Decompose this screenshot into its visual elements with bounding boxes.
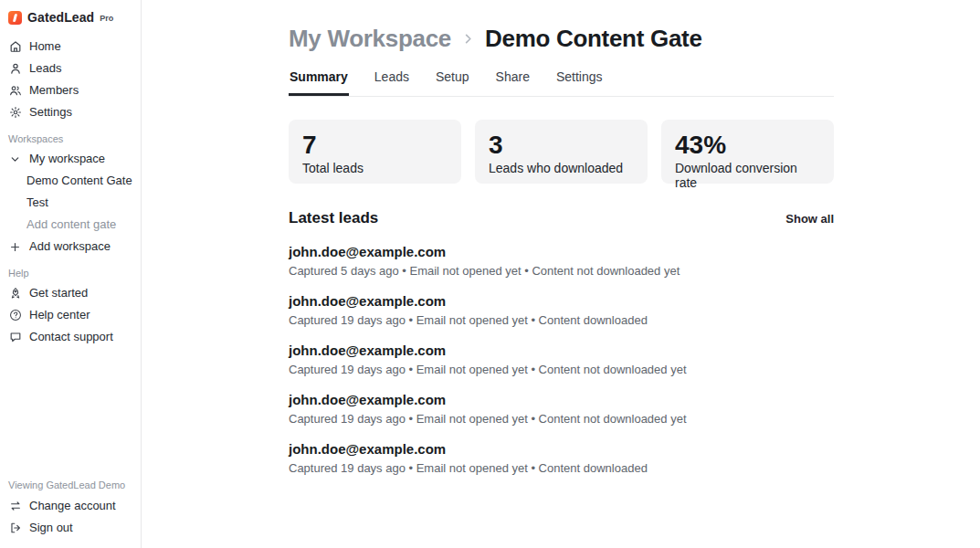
stat-value: 7: [302, 131, 448, 160]
sign-out-button[interactable]: Sign out: [0, 517, 141, 539]
sidebar-item-label: Home: [29, 39, 61, 54]
main-content: My Workspace Demo Content Gate Summary L…: [142, 0, 980, 548]
stats-row: 7 Total leads 3 Leads who downloaded 43%…: [289, 120, 834, 184]
sidebar-item-demo-content-gate[interactable]: Demo Content Gate: [0, 170, 141, 192]
sidebar-item-members[interactable]: Members: [0, 79, 141, 101]
sidebar-item-label: Help center: [29, 308, 90, 322]
add-workspace-button[interactable]: Add workspace: [0, 236, 141, 258]
change-account-button[interactable]: Change account: [0, 495, 141, 517]
gear-icon: [8, 106, 22, 120]
sidebar-item-label: Settings: [29, 105, 72, 120]
brand: GatedLead Pro: [0, 8, 141, 36]
stat-value: 43%: [675, 131, 820, 160]
lead-meta: Captured 19 days ago • Email not opened …: [289, 313, 834, 327]
sidebar-item-settings[interactable]: Settings: [0, 101, 141, 123]
stat-value: 3: [489, 131, 634, 160]
sidebar-spacer: [0, 348, 141, 474]
app: GatedLead Pro Home Leads Members S: [0, 0, 980, 548]
users-icon: [8, 84, 22, 98]
lead-list: john.doe@example.com Captured 5 days ago…: [289, 244, 834, 475]
lead-row[interactable]: john.doe@example.com Captured 19 days ag…: [289, 342, 834, 376]
tab-setup[interactable]: Setup: [435, 69, 470, 96]
sidebar-item-label: Sign out: [29, 521, 73, 535]
lead-row[interactable]: john.doe@example.com Captured 19 days ag…: [289, 441, 834, 475]
sign-out-icon: [8, 522, 22, 535]
sidebar-item-label: Add workspace: [29, 239, 111, 254]
lead-email: john.doe@example.com: [289, 392, 834, 408]
sidebar-item-label: Get started: [29, 286, 88, 300]
page-title: Demo Content Gate: [485, 25, 702, 53]
sidebar-item-label: Change account: [29, 499, 116, 513]
tab-bar: Summary Leads Setup Share Settings: [289, 69, 834, 97]
sidebar-item-test[interactable]: Test: [0, 192, 141, 214]
sidebar: GatedLead Pro Home Leads Members S: [0, 0, 142, 548]
sidebar-item-label: Members: [29, 83, 79, 98]
stat-card-leads-downloaded: 3 Leads who downloaded: [475, 120, 648, 184]
lead-email: john.doe@example.com: [289, 342, 834, 359]
viewing-account-note: Viewing GatedLead Demo: [0, 474, 141, 495]
stat-label: Total leads: [302, 161, 448, 175]
sidebar-item-help-center[interactable]: Help center: [0, 304, 141, 326]
lead-email: john.doe@example.com: [289, 293, 834, 310]
tab-settings[interactable]: Settings: [555, 69, 604, 96]
help-section-label: Help: [0, 258, 141, 282]
stat-card-conversion-rate: 43% Download conversion rate: [661, 120, 834, 184]
sidebar-item-home[interactable]: Home: [0, 36, 141, 58]
swap-icon: [8, 500, 22, 513]
sidebar-item-my-workspace[interactable]: My workspace: [0, 148, 141, 170]
plus-icon: [8, 240, 22, 254]
rocket-icon: [8, 287, 22, 300]
home-icon: [8, 40, 22, 54]
lead-meta: Captured 5 days ago • Email not opened y…: [289, 264, 834, 278]
lead-meta: Captured 19 days ago • Email not opened …: [289, 461, 834, 475]
lead-row[interactable]: john.doe@example.com Captured 5 days ago…: [289, 244, 834, 278]
tab-summary[interactable]: Summary: [289, 69, 349, 96]
question-circle-icon: [8, 309, 22, 322]
stat-label: Download conversion rate: [675, 161, 820, 190]
tab-leads[interactable]: Leads: [374, 69, 410, 96]
stat-label: Leads who downloaded: [489, 161, 634, 175]
add-content-gate-button[interactable]: Add content gate: [0, 214, 141, 236]
breadcrumb-parent-link[interactable]: My Workspace: [289, 25, 451, 53]
brand-plan-badge: Pro: [100, 14, 113, 23]
user-icon: [8, 62, 22, 76]
tab-share[interactable]: Share: [495, 69, 531, 96]
sidebar-item-label: Contact support: [29, 330, 113, 344]
sidebar-item-label: Leads: [29, 61, 61, 76]
latest-leads-title: Latest leads: [289, 209, 378, 227]
workspaces-section-label: Workspaces: [0, 123, 141, 148]
lead-meta: Captured 19 days ago • Email not opened …: [289, 363, 834, 376]
brand-name: GatedLead: [27, 10, 94, 25]
breadcrumb: My Workspace Demo Content Gate: [289, 25, 834, 53]
lead-row[interactable]: john.doe@example.com Captured 19 days ag…: [289, 293, 834, 327]
sidebar-item-get-started[interactable]: Get started: [0, 282, 141, 304]
stat-card-total-leads: 7 Total leads: [289, 120, 461, 184]
chevron-down-icon: [8, 153, 22, 166]
sidebar-item-leads[interactable]: Leads: [0, 58, 141, 79]
chevron-right-icon: [461, 32, 475, 46]
lead-meta: Captured 19 days ago • Email not opened …: [289, 412, 834, 426]
lead-email: john.doe@example.com: [289, 441, 834, 458]
show-all-link[interactable]: Show all: [785, 212, 834, 226]
sidebar-item-label: My workspace: [29, 152, 105, 166]
sidebar-item-contact-support[interactable]: Contact support: [0, 326, 141, 348]
lead-row[interactable]: john.doe@example.com Captured 19 days ag…: [289, 392, 834, 426]
gatedlead-logo-icon: [8, 11, 22, 25]
lead-email: john.doe@example.com: [289, 244, 834, 260]
chat-bubble-icon: [8, 331, 22, 344]
latest-leads-header: Latest leads Show all: [289, 209, 834, 227]
